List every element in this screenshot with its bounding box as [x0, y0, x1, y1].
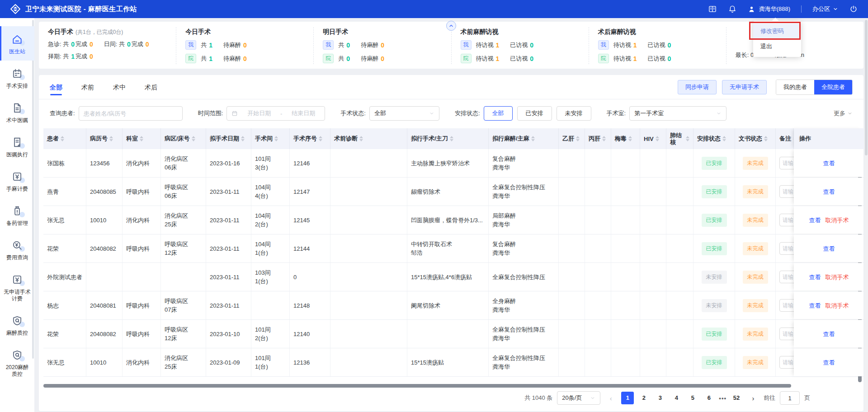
sidebar-item-fee-query[interactable]: 费用查询 [0, 232, 34, 267]
collapse-stats-button[interactable] [446, 21, 456, 31]
sort-icon[interactable] [359, 136, 363, 141]
prev-page-button[interactable]: ‹ [605, 394, 617, 402]
table-row[interactable]: 张国栋123456消化内科消化病区06床2023-01-16101间3(台)12… [43, 149, 863, 178]
sort-icon[interactable] [109, 136, 113, 141]
sort-icon[interactable] [576, 136, 580, 141]
table-row[interactable]: 张无忌10010消化内科消化病区25床2023-01-11104间2(台)121… [43, 206, 863, 234]
view-link[interactable]: 查看 [823, 358, 835, 367]
arrange-option-button[interactable]: 未安排 [557, 106, 591, 121]
sort-icon[interactable] [450, 136, 453, 141]
horizontal-scrollbar[interactable] [43, 384, 791, 388]
tab-0[interactable]: 全部 [50, 75, 62, 99]
sidebar-item-intraop-orders[interactable]: 术中医嘱 [0, 95, 34, 129]
sort-icon[interactable] [61, 136, 64, 141]
column-header-patient[interactable]: 患者 [43, 128, 86, 149]
window-scrollbar[interactable] [864, 18, 868, 412]
column-header-dept[interactable]: 科室 [123, 128, 161, 149]
page-number-button[interactable]: 1 [621, 392, 634, 404]
view-link[interactable]: 查看 [809, 301, 821, 310]
sort-icon[interactable] [531, 136, 535, 141]
sort-icon[interactable] [319, 136, 322, 141]
column-header-anesthesia-anesthetist[interactable]: 拟行麻醉/主麻 [489, 128, 559, 149]
tab-3[interactable]: 术后 [145, 75, 157, 99]
column-header-hbv[interactable]: 乙肝 [559, 128, 585, 149]
column-header-remark[interactable]: 备注 [776, 128, 794, 149]
sort-icon[interactable] [628, 136, 632, 141]
column-header-hiv[interactable]: HIV [640, 128, 666, 149]
column-header-doc-status[interactable]: 文书状态 [735, 128, 776, 149]
operating-room-select[interactable]: 第一手术室 [629, 106, 726, 121]
table-row[interactable]: 花荣20408082呼吸内科呼吸病区12床2023-01-11104间1(台)1… [43, 234, 863, 263]
column-header-surgery-surgeon[interactable]: 拟行手术/主刀 [407, 128, 489, 149]
power-icon[interactable] [849, 5, 858, 14]
date-range-picker[interactable]: 开始日期 - 结束日期 [226, 106, 325, 121]
sort-icon[interactable] [602, 136, 606, 141]
column-header-planned-date[interactable]: 拟手术日期 [206, 128, 251, 149]
column-header-syphilis[interactable]: 梅毒 [611, 128, 640, 149]
sidebar-item-anesthesia-billing[interactable]: 手麻计费 [0, 164, 34, 198]
user-menu-trigger[interactable]: 龚海华(888) [748, 5, 790, 13]
sync-request-button[interactable]: 同步申请 [678, 80, 717, 94]
no-request-surgery-button[interactable]: 无申请手术 [722, 80, 767, 94]
sort-icon[interactable] [764, 136, 768, 141]
cancel-surgery-link[interactable]: 取消手术 [826, 216, 849, 225]
sidebar-item-doctor-station[interactable]: 医生站 [0, 26, 34, 61]
sort-icon[interactable] [192, 136, 195, 141]
sidebar-item-order-execution[interactable]: 医嘱执行 [0, 129, 34, 164]
workspace-selector[interactable]: 办公区 [812, 5, 838, 13]
page-size-select[interactable]: 20条/页 [557, 391, 600, 405]
cancel-surgery-link[interactable]: 取消手术 [826, 301, 849, 310]
table-row[interactable]: 张无忌10010消化内科消化病区25床2023-01-09101间1(台)121… [43, 348, 863, 377]
view-link[interactable]: 查看 [809, 216, 821, 225]
column-header-ward-bed[interactable]: 病区/床号 [161, 128, 206, 149]
view-link[interactable]: 查看 [823, 330, 835, 338]
tab-2[interactable]: 术中 [113, 75, 126, 99]
goto-page-input[interactable] [780, 391, 800, 405]
sort-icon[interactable] [241, 136, 245, 141]
sort-icon[interactable] [722, 136, 726, 141]
column-header-room[interactable]: 手术间 [251, 128, 290, 149]
cancel-surgery-link[interactable]: 取消手术 [826, 273, 849, 281]
sidebar-item-surgery-schedule[interactable]: 手术安排 [0, 61, 34, 95]
sort-icon[interactable] [686, 136, 689, 141]
column-header-operation[interactable]: 操作 [794, 128, 864, 149]
column-header-sequence-no[interactable]: 手术序号 [290, 128, 330, 149]
sort-icon[interactable] [656, 136, 659, 141]
tab-1[interactable]: 术前 [81, 75, 94, 99]
surgery-status-select[interactable]: 全部 [369, 106, 439, 121]
table-row[interactable]: 燕青20408085呼吸内科呼吸病区06床2023-01-11104间4(台)1… [43, 178, 863, 206]
view-link[interactable]: 查看 [823, 159, 835, 168]
view-link[interactable]: 查看 [823, 187, 835, 196]
next-page-button[interactable]: › [747, 394, 759, 402]
page-number-button[interactable]: 5 [686, 392, 699, 404]
view-link[interactable]: 查看 [809, 273, 821, 281]
sidebar-item-anesthesia-qc[interactable]: 麻醉质控 [0, 308, 34, 342]
patient-search-input[interactable] [79, 106, 183, 121]
more-pages-ellipsis[interactable]: ••• [719, 395, 726, 402]
column-header-record-no[interactable]: 病历号 [86, 128, 123, 149]
more-filters-button[interactable]: 更多 [834, 109, 853, 117]
menu-item-logout[interactable]: 退出 [753, 39, 801, 54]
arrange-option-button[interactable]: 全部 [484, 106, 513, 121]
column-header-hcv[interactable]: 丙肝 [585, 128, 611, 149]
table-row[interactable]: 花荣20408082呼吸内科呼吸病区12床2023-01-10101间2(台)1… [43, 320, 863, 348]
menu-item-change-password[interactable]: 修改密码 [753, 23, 801, 39]
sidebar-item-anesthesia-qc-2020[interactable]: 2020麻醉质控 [0, 342, 34, 383]
sort-icon[interactable] [140, 136, 143, 141]
column-header-tb[interactable]: 肺结核 [666, 128, 693, 149]
handbook-icon[interactable] [708, 5, 717, 14]
table-row[interactable]: 外院测试患者2023-01-11103间1(台)015*15溃疡贴,4*6溃疡贴… [43, 263, 863, 291]
column-header-preop-diagnosis[interactable]: 术前诊断 [330, 128, 407, 149]
all-patients-button[interactable]: 全院患者 [814, 80, 852, 94]
arrange-option-button[interactable]: 已安排 [517, 106, 552, 121]
column-header-arrange-status[interactable]: 安排状态 [693, 128, 735, 149]
view-link[interactable]: 查看 [823, 244, 835, 253]
page-number-button[interactable]: 4 [670, 392, 683, 404]
sidebar-item-drug-preparation[interactable]: 备药管理 [0, 198, 34, 232]
page-number-button[interactable]: 6 [703, 392, 715, 404]
sidebar-item-no-request-surgery-billing[interactable]: 无申请手术计费 [0, 267, 34, 308]
page-number-button[interactable]: 2 [637, 392, 650, 404]
page-number-button[interactable]: 52 [730, 392, 743, 404]
my-patients-button[interactable]: 我的患者 [776, 80, 814, 94]
page-number-button[interactable]: 3 [654, 392, 666, 404]
